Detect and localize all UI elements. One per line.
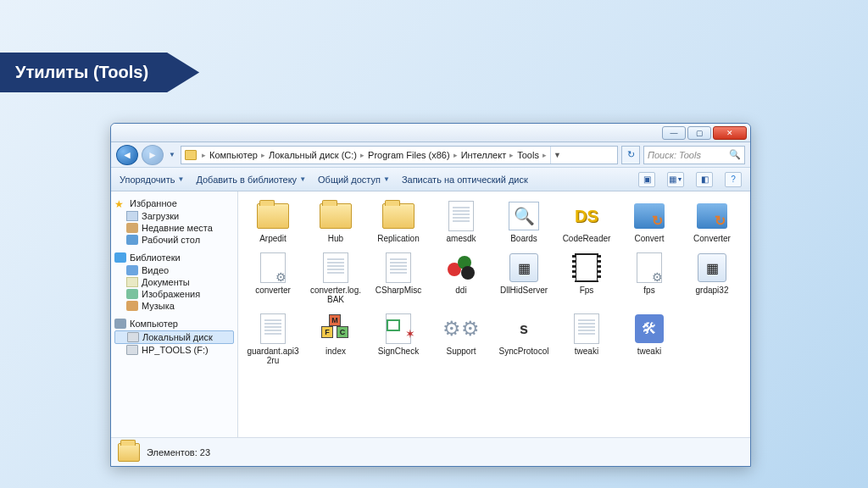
file-item[interactable]: converter.log.BAK — [306, 250, 365, 306]
maximize-button[interactable]: ▢ — [687, 126, 711, 140]
file-label: converter.log.BAK — [308, 286, 364, 304]
slide-title: Утилиты (Tools) — [0, 53, 199, 92]
help-button[interactable]: ? — [725, 172, 742, 187]
file-item[interactable]: 🔍Boards — [494, 198, 554, 245]
slideshow-button[interactable]: ▣ — [638, 172, 655, 187]
file-icon: ⚙⚙ — [442, 313, 480, 345]
file-item[interactable]: Fps — [557, 250, 616, 306]
pictures-icon — [126, 289, 138, 299]
file-label: Converter — [693, 234, 731, 243]
minimize-button[interactable]: — — [662, 126, 686, 140]
breadcrumb-segment[interactable]: Компьютер — [209, 150, 258, 160]
chevron-right-icon: ▸ — [452, 151, 459, 159]
file-icon — [631, 200, 668, 232]
computer-group[interactable]: Компьютер — [114, 319, 234, 329]
favorites-group[interactable]: ★Избранное — [114, 198, 234, 208]
chevron-right-icon: ▸ — [541, 151, 548, 159]
sidebar-item-video[interactable]: Видео — [114, 264, 234, 276]
sidebar-item-downloads[interactable]: Загрузки — [114, 210, 234, 222]
back-button[interactable]: ◄ — [116, 145, 138, 165]
address-bar[interactable]: ▸ Компьютер ▸ Локальный диск (C:) ▸ Prog… — [181, 146, 618, 164]
view-options-button[interactable]: ▦▼ — [667, 172, 684, 187]
breadcrumb-segment[interactable]: Локальный диск (C:) — [269, 150, 357, 160]
file-item[interactable]: ⚙⚙Support — [431, 311, 491, 367]
file-icon — [380, 200, 417, 232]
search-placeholder: Поиск: Tools — [648, 150, 701, 160]
file-item[interactable]: CSharpMisc — [369, 250, 428, 306]
explorer-window: — ▢ ✕ ◄ ► ▼ ▸ Компьютер ▸ Локальный диск… — [110, 123, 751, 467]
share-menu[interactable]: Общий доступ▼ — [318, 175, 390, 185]
file-label: Fps — [580, 286, 594, 295]
refresh-button[interactable]: ↻ — [621, 146, 640, 164]
folder-icon — [118, 443, 140, 462]
file-item[interactable]: ddi — [431, 250, 491, 306]
sidebar-item-recent[interactable]: Недавние места — [114, 222, 234, 234]
file-label: CSharpMisc — [376, 286, 421, 295]
file-item[interactable]: Converter — [682, 198, 742, 245]
chevron-down-icon: ▼ — [299, 175, 306, 183]
add-to-library-menu[interactable]: Добавить в библиотеку▼ — [196, 175, 306, 185]
chevron-down-icon: ▼ — [383, 175, 390, 183]
file-item[interactable]: sSyncProtocol — [494, 311, 554, 367]
downloads-icon — [126, 211, 138, 221]
file-icon — [568, 252, 605, 284]
file-item[interactable]: MFCindex — [306, 311, 365, 367]
star-icon: ★ — [114, 198, 126, 208]
sidebar-item-hp-tools[interactable]: HP_TOOLS (F:) — [114, 344, 234, 356]
status-bar: Элементов: 23 — [111, 437, 750, 466]
file-icon — [693, 200, 731, 232]
chevron-right-icon: ▸ — [359, 151, 366, 159]
file-item[interactable]: tweaki — [557, 311, 616, 367]
libraries-group[interactable]: Библиотеки — [114, 252, 234, 263]
search-icon: 🔍 — [729, 149, 741, 160]
close-button[interactable]: ✕ — [713, 126, 747, 140]
file-item[interactable]: Replication — [369, 198, 428, 245]
organize-menu[interactable]: Упорядочить▼ — [120, 175, 184, 185]
breadcrumb-segment[interactable]: Program Files (x86) — [368, 150, 450, 160]
file-label: tweaki — [637, 347, 661, 356]
file-icon — [380, 252, 417, 284]
file-item[interactable]: 🛠tweaki — [620, 311, 679, 367]
forward-button[interactable]: ► — [142, 145, 164, 165]
file-item[interactable]: amesdk — [431, 198, 491, 245]
file-item[interactable]: ▦DllHidServer — [494, 250, 554, 306]
chevron-down-icon: ▼ — [177, 175, 184, 183]
file-item[interactable]: Convert — [620, 198, 679, 245]
breadcrumb-segment[interactable]: Tools — [517, 150, 539, 160]
status-text: Элементов: 23 — [147, 447, 210, 458]
file-icon: ▦ — [693, 252, 731, 284]
file-item[interactable]: ▦grdapi32 — [682, 250, 742, 306]
file-list[interactable]: ArpeditHubReplicationamesdk🔍BoardsDSCode… — [238, 191, 750, 437]
burn-button[interactable]: Записать на оптический диск — [402, 175, 528, 185]
history-dropdown-icon[interactable]: ▼ — [167, 146, 177, 164]
file-item[interactable]: Hub — [306, 198, 365, 245]
file-item[interactable]: converter — [243, 250, 303, 306]
navigation-row: ◄ ► ▼ ▸ Компьютер ▸ Локальный диск (C:) … — [111, 142, 750, 168]
file-item[interactable]: DSCodeReader — [557, 198, 616, 245]
file-label: grdapi32 — [696, 286, 729, 295]
sidebar-item-local-disk[interactable]: Локальный диск — [114, 330, 234, 344]
file-item[interactable]: guardant.api32ru — [243, 311, 303, 367]
file-label: SignCheck — [378, 347, 419, 356]
video-icon — [126, 265, 138, 275]
sidebar-item-desktop[interactable]: Рабочий стол — [114, 234, 234, 246]
sidebar-item-documents[interactable]: Документы — [114, 276, 234, 288]
file-label: amesdk — [446, 234, 476, 243]
file-label: converter — [255, 286, 291, 295]
file-label: CodeReader — [563, 234, 611, 243]
file-icon — [317, 200, 354, 232]
sidebar-item-music[interactable]: Музыка — [114, 300, 234, 312]
search-input[interactable]: Поиск: Tools 🔍 — [643, 146, 745, 164]
file-icon — [568, 313, 605, 345]
address-dropdown-icon[interactable]: ▼ — [550, 147, 564, 164]
preview-pane-button[interactable]: ◧ — [696, 172, 713, 187]
file-item[interactable]: Arpedit — [243, 198, 303, 245]
sidebar-item-pictures[interactable]: Изображения — [114, 288, 234, 300]
breadcrumb-segment[interactable]: Интеллект — [461, 150, 507, 160]
drive-icon — [127, 332, 139, 342]
file-label: Support — [446, 347, 476, 356]
file-icon — [254, 200, 292, 232]
window-titlebar[interactable]: — ▢ ✕ — [111, 124, 750, 142]
file-item[interactable]: fps — [620, 250, 679, 306]
file-item[interactable]: SignCheck — [369, 311, 428, 367]
